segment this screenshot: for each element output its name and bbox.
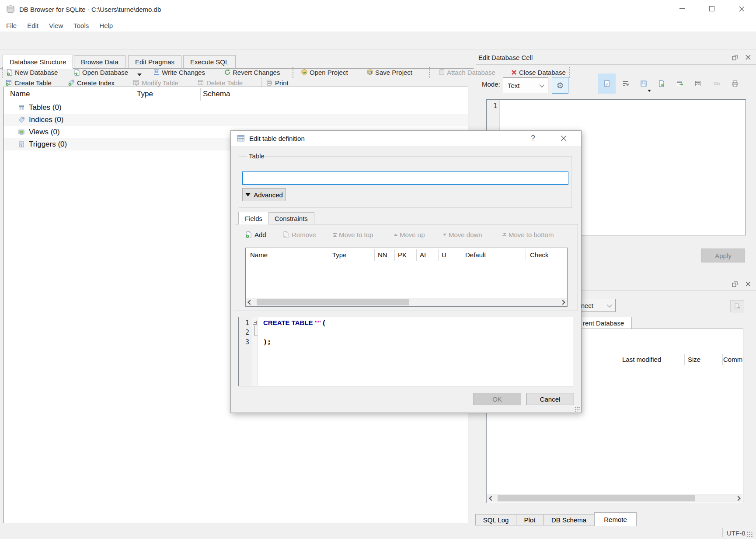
move-to-bottom-button[interactable]: Move to bottom (502, 228, 554, 241)
scrollbar-thumb[interactable] (257, 299, 409, 305)
column-separator[interactable] (722, 354, 723, 365)
print-cell-button[interactable] (726, 74, 744, 94)
column-separator[interactable] (394, 249, 395, 261)
menu-view[interactable]: View (44, 19, 68, 32)
column-ai[interactable]: AI (420, 251, 426, 259)
tab-browse-data[interactable]: Browse Data (74, 55, 125, 68)
ok-label: OK (492, 396, 502, 403)
scroll-left-button[interactable] (488, 495, 495, 501)
column-separator[interactable] (329, 249, 329, 261)
column-separator[interactable] (684, 354, 685, 365)
push-database-button[interactable] (730, 300, 744, 312)
tree-column-schema[interactable]: Schema (203, 90, 230, 98)
column-separator[interactable] (438, 249, 439, 261)
edit-cell-float-button[interactable] (730, 52, 739, 62)
write-changes-label: Write Changes (162, 69, 205, 76)
open-external-button[interactable] (671, 74, 689, 94)
tab-sql-log[interactable]: SQL Log (475, 514, 516, 525)
dialog-close-button[interactable] (557, 133, 570, 144)
remove-field-button[interactable]: Remove (282, 228, 316, 241)
mode-combobox[interactable]: Text (503, 77, 548, 93)
move-to-top-button[interactable]: Move to top (333, 228, 373, 241)
open-project-button[interactable]: Open Project (299, 65, 350, 79)
scroll-right-button[interactable] (735, 495, 742, 501)
column-size[interactable]: Size (688, 356, 700, 363)
image-view-button[interactable] (690, 74, 707, 94)
fields-grid-hscrollbar[interactable] (246, 298, 567, 306)
tree-item-tables[interactable]: Tables (0) (4, 102, 468, 114)
menu-bar: File Edit View Tools Help (0, 19, 756, 32)
move-up-button[interactable]: Move up (394, 228, 425, 241)
tree-column-separator[interactable] (200, 88, 201, 101)
tab-constraints[interactable]: Constraints (268, 212, 314, 224)
scrollbar-thumb[interactable] (498, 495, 695, 501)
resize-grip[interactable] (746, 531, 753, 537)
tab-database-structure[interactable]: Database Structure (3, 55, 73, 69)
column-nn[interactable]: NN (378, 251, 387, 259)
tab-edit-pragmas[interactable]: Edit Pragmas (128, 55, 181, 68)
table-name-input[interactable] (242, 172, 568, 185)
remote-close-button[interactable] (743, 279, 753, 289)
column-separator[interactable] (461, 249, 461, 261)
menu-edit[interactable]: Edit (22, 19, 44, 32)
column-pk[interactable]: PK (398, 251, 407, 259)
tree-column-name[interactable]: Name (10, 90, 30, 98)
edit-cell-close-button[interactable] (743, 52, 753, 62)
tree-item-label: Views (0) (29, 128, 60, 136)
column-last-modified[interactable]: Last modified (622, 356, 661, 363)
column-separator[interactable] (619, 354, 619, 365)
remote-float-button[interactable] (730, 279, 739, 289)
import-data-button[interactable] (635, 74, 652, 94)
tab-fields[interactable]: Fields (238, 212, 269, 224)
create-table-label: Create Table (14, 79, 52, 87)
column-check[interactable]: Check (530, 251, 549, 259)
scroll-left-button[interactable] (247, 299, 254, 305)
column-default[interactable]: Default (465, 251, 486, 259)
close-button[interactable] (732, 0, 752, 18)
menu-file[interactable]: File (1, 19, 22, 32)
column-type[interactable]: Type (332, 251, 347, 259)
dialog-title: Edit table definition (249, 135, 305, 142)
remote-hscrollbar[interactable] (487, 494, 742, 502)
apply-button[interactable]: Apply (701, 248, 745, 262)
tab-current-database[interactable]: rent Database (579, 317, 632, 329)
column-comment[interactable]: Comm (723, 356, 742, 363)
tab-db-schema[interactable]: DB Schema (543, 514, 595, 525)
column-name[interactable]: Name (250, 251, 268, 259)
auto-switch-mode-button[interactable]: ⚙ (552, 77, 568, 94)
minimize-button[interactable] (672, 0, 692, 18)
set-null-button[interactable] (708, 74, 725, 94)
menu-help[interactable]: Help (94, 19, 118, 32)
add-field-button[interactable]: Add (245, 228, 266, 241)
ok-button[interactable]: OK (473, 393, 521, 405)
open-project-icon (301, 69, 308, 76)
text-mode-button[interactable] (598, 74, 616, 94)
save-project-button[interactable]: Save Project (365, 65, 414, 79)
tree-column-type[interactable]: Type (137, 90, 153, 98)
tab-execute-sql[interactable]: Execute SQL (183, 55, 236, 68)
scroll-right-button[interactable] (559, 299, 566, 305)
cancel-button[interactable]: Cancel (526, 393, 574, 405)
maximize-button[interactable] (702, 0, 722, 18)
save-project-icon (366, 69, 373, 76)
tab-plot[interactable]: Plot (516, 514, 543, 525)
column-separator[interactable] (526, 249, 526, 261)
column-separator[interactable] (416, 249, 417, 261)
encoding-indicator[interactable]: UTF-8 (727, 529, 746, 537)
tab-remote[interactable]: Remote (594, 512, 637, 526)
menu-tools[interactable]: Tools (68, 19, 94, 32)
toolbar-handle[interactable] (568, 66, 570, 78)
dialog-help-button[interactable]: ? (526, 133, 540, 144)
tree-item-indices[interactable]: Indices (0) (4, 114, 468, 126)
word-wrap-button[interactable] (617, 74, 634, 94)
column-separator[interactable] (374, 249, 375, 261)
attach-database-button[interactable]: Attach Database (436, 65, 497, 79)
advanced-button[interactable]: Advanced (242, 188, 286, 201)
column-u[interactable]: U (442, 251, 446, 259)
tree-column-separator[interactable] (134, 88, 134, 101)
move-down-button[interactable]: Move down (443, 228, 482, 241)
fold-marker[interactable] (253, 321, 257, 325)
export-data-button[interactable] (653, 74, 670, 94)
app-window: DB Browser for SQLite - C:\Users\turne\d… (0, 0, 756, 539)
dialog-resize-grip[interactable] (575, 406, 580, 412)
